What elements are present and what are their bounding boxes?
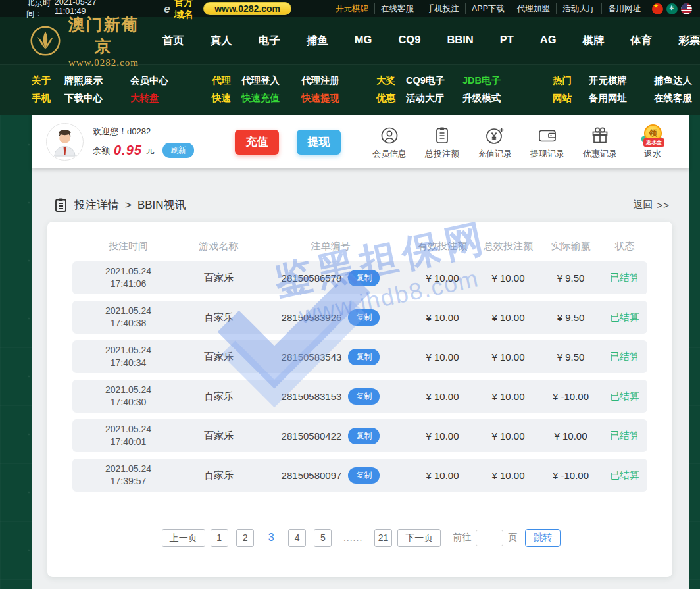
page-number-button[interactable]: 2 bbox=[236, 529, 254, 547]
nav-item[interactable]: MG bbox=[341, 34, 386, 48]
page-jump-input[interactable] bbox=[476, 530, 503, 546]
copy-button[interactable]: 复制 bbox=[348, 270, 380, 286]
site-logo[interactable]: 澳门新葡京 www.0282.com bbox=[30, 14, 141, 68]
subnav-item[interactable]: 在线客服 bbox=[654, 92, 700, 105]
top-link[interactable]: APP下载 bbox=[466, 3, 511, 14]
nav-item[interactable]: 首页 bbox=[149, 34, 197, 48]
subnav-item[interactable]: 升级模式 bbox=[463, 92, 553, 105]
wallet-icon bbox=[537, 124, 558, 147]
shortcut-total-bets[interactable]: 总投注额 bbox=[416, 124, 468, 160]
avatar[interactable] bbox=[46, 123, 84, 161]
valid-bet-cell: ¥ 10.00 bbox=[408, 272, 477, 284]
status-cell: 已结算 bbox=[602, 272, 647, 284]
nav-item[interactable]: 真人 bbox=[197, 34, 245, 48]
subnav-item[interactable]: 牌照展示 bbox=[64, 74, 130, 87]
official-domain-pill[interactable]: www.0282.com bbox=[203, 2, 291, 15]
page-number-button[interactable]: 4 bbox=[288, 529, 306, 547]
member-profile-icon bbox=[380, 124, 399, 147]
status-cell: 已结算 bbox=[602, 351, 647, 363]
nav-item[interactable]: PT bbox=[487, 34, 527, 48]
subnav-item[interactable]: 快速 bbox=[212, 92, 241, 105]
shortcut-member-info[interactable]: 会员信息 bbox=[363, 124, 416, 160]
macau-flag-icon[interactable] bbox=[666, 3, 678, 14]
deposit-button[interactable]: 充值 bbox=[235, 130, 279, 155]
page-number-button[interactable]: 5 bbox=[314, 529, 332, 547]
prev-page-button[interactable]: 上一页 bbox=[162, 529, 205, 547]
withdraw-button[interactable]: 提现 bbox=[297, 130, 341, 155]
nav-item[interactable]: 电子 bbox=[245, 34, 293, 48]
refresh-balance-button[interactable]: 刷新 bbox=[162, 143, 194, 158]
subnav-item[interactable]: 代理 bbox=[212, 74, 241, 87]
page-number-button[interactable]: 21 bbox=[374, 529, 393, 547]
subnav-item[interactable]: 大转盘 bbox=[130, 92, 212, 105]
china-flag-icon[interactable] bbox=[652, 3, 663, 14]
balance-unit: 元 bbox=[146, 145, 155, 157]
nav-item[interactable]: BBIN bbox=[434, 34, 486, 48]
top-link[interactable]: 手机投注 bbox=[420, 3, 466, 14]
top-link[interactable]: 活动大厅 bbox=[557, 3, 602, 14]
shortcut-deposit-record[interactable]: 充值记录 bbox=[468, 124, 521, 160]
copy-button[interactable]: 复制 bbox=[348, 467, 380, 484]
back-link[interactable]: 返回 >> bbox=[633, 199, 670, 211]
top-link[interactable]: 开元棋牌 bbox=[330, 3, 375, 14]
subnav-item[interactable]: 网站 bbox=[553, 92, 589, 105]
subnav-item[interactable]: 代理登入 bbox=[241, 74, 301, 87]
subnav-item[interactable]: 活动大厅 bbox=[406, 92, 463, 105]
game-name-cell: 百家乐 bbox=[184, 272, 253, 284]
subnav-item[interactable]: 会员中心 bbox=[130, 74, 212, 87]
page-number-button[interactable]: ...... bbox=[340, 529, 366, 547]
subnav-item[interactable]: 热门 bbox=[553, 74, 589, 87]
subnav-item[interactable]: 开元棋牌 bbox=[589, 74, 654, 87]
subnav-item[interactable]: JDB电子 bbox=[463, 74, 553, 87]
copy-button[interactable]: 复制 bbox=[348, 349, 380, 365]
copy-button[interactable]: 复制 bbox=[348, 428, 380, 444]
nav-item[interactable]: 捕鱼 bbox=[293, 34, 341, 48]
primary-nav: 首页 真人 电子 捕鱼 MG CQ9 BBIN PT AG 棋牌 体育 彩票 电… bbox=[149, 34, 700, 48]
balance-label: 余额 bbox=[93, 145, 110, 157]
copy-button[interactable]: 复制 bbox=[348, 309, 380, 326]
top-link[interactable]: 备用网址 bbox=[602, 3, 647, 14]
subnav-item[interactable]: CQ9电子 bbox=[406, 74, 463, 87]
subnav-item[interactable]: 捕鱼达人 bbox=[654, 74, 700, 87]
gift-icon bbox=[590, 124, 610, 147]
top-link[interactable]: 在线客服 bbox=[375, 3, 420, 14]
main-navigation: 澳门新葡京 www.0282.com 首页 真人 电子 捕鱼 MG CQ9 BB… bbox=[0, 17, 700, 64]
subnav-item[interactable]: 快速充值 bbox=[241, 92, 301, 105]
nav-item[interactable]: 体育 bbox=[618, 34, 666, 48]
copy-button[interactable]: 复制 bbox=[348, 388, 380, 405]
bet-time-cell: 2021.05.24 17:41:06 bbox=[72, 265, 184, 290]
subnav-item[interactable]: 关于 bbox=[32, 74, 64, 87]
bet-number: 28150586578 bbox=[282, 272, 342, 284]
subnav-item[interactable]: 备用网址 bbox=[589, 92, 654, 105]
top-link[interactable]: 代理加盟 bbox=[511, 3, 557, 14]
shortcut-promo-record[interactable]: 优惠记录 bbox=[574, 124, 626, 160]
bet-details-panel: 投注时间 游戏名称 注单编号 有效投注额 总效投注额 实际输赢 状态 2021.… bbox=[47, 222, 672, 577]
balance-value: 0.95 bbox=[114, 143, 142, 158]
next-page-button[interactable]: 下一页 bbox=[397, 529, 441, 547]
table-row: 2021.05.24 17:40:38 百家乐 28150583926 复制 ¥… bbox=[72, 301, 647, 334]
table-header-cell: 注单编号 bbox=[253, 240, 408, 253]
nav-item[interactable]: CQ9 bbox=[385, 34, 434, 48]
shortcut-rebate[interactable]: 领 返水金 返水 bbox=[626, 124, 679, 160]
nav-item[interactable]: 棋牌 bbox=[570, 34, 618, 48]
win-loss-cell: ¥ -10.00 bbox=[539, 470, 602, 481]
account-shortcuts: 会员信息 总投注额 充值记录 bbox=[363, 124, 679, 160]
jump-button[interactable]: 跳转 bbox=[525, 529, 561, 547]
lotus-logo-icon bbox=[30, 23, 61, 59]
subnav-item[interactable]: 优惠 bbox=[376, 92, 406, 105]
usa-flag-icon[interactable] bbox=[681, 3, 692, 14]
nav-item[interactable]: 彩票 bbox=[666, 34, 700, 48]
nav-item[interactable]: AG bbox=[527, 34, 570, 48]
subnav-item[interactable]: 大奖 bbox=[376, 74, 406, 87]
bet-time-cell: 2021.05.24 17:40:34 bbox=[72, 344, 184, 369]
subnav-item[interactable]: 下载中心 bbox=[64, 92, 130, 105]
game-name-cell: 百家乐 bbox=[184, 390, 253, 403]
game-name-cell: 百家乐 bbox=[184, 311, 253, 324]
shortcut-withdraw-record[interactable]: 提现记录 bbox=[521, 124, 574, 160]
subnav-item[interactable]: 手机 bbox=[32, 92, 64, 105]
page-number-button[interactable]: 3 bbox=[262, 528, 280, 546]
subnav-item[interactable]: 代理注册 bbox=[301, 74, 376, 87]
welcome-text: 欢迎您！d0282 bbox=[93, 126, 194, 138]
page-number-button[interactable]: 1 bbox=[211, 529, 228, 547]
subnav-item[interactable]: 快速提现 bbox=[301, 92, 376, 105]
